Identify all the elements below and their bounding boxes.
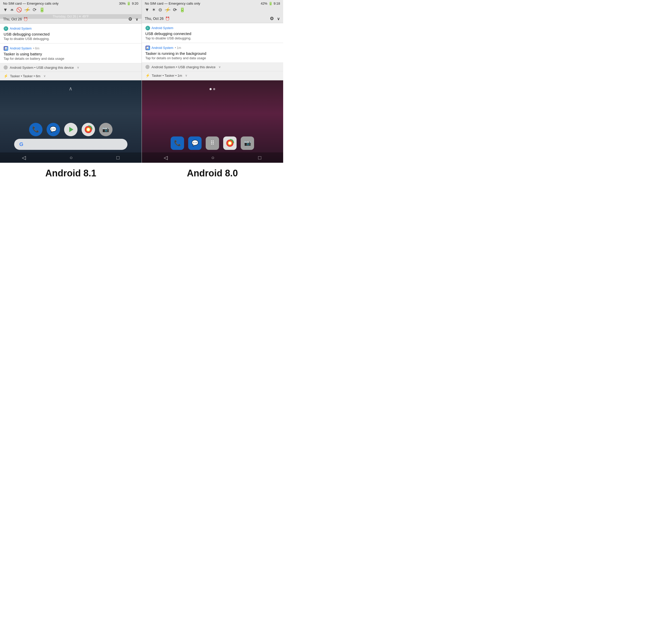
collapsed-usb-icon-right	[145, 65, 149, 69]
nav-home-left[interactable]: ○	[70, 155, 73, 161]
notif-app-name-tasker-left: Android System	[10, 47, 32, 50]
expand-tasker-left[interactable]: ∨	[44, 74, 46, 78]
collapsed-usb-text-left: Android System • USB charging this devic…	[10, 66, 74, 70]
notif-tasker-battery-left[interactable]: 📊 Android System • 6m Tasker is using ba…	[0, 44, 142, 63]
collapsed-tasker-text-right: Tasker • Tasker • 1m	[152, 74, 182, 77]
carrier-right: No SIM card — Emergency calls only	[145, 2, 200, 5]
dock-camera-right[interactable]: 📷	[241, 136, 254, 150]
flash-off-icon-left: ⚡	[24, 7, 30, 13]
collapsed-usb-text-right: Android System • USB charging this devic…	[151, 65, 216, 69]
battery-icon-left: 🔋	[127, 2, 131, 5]
nav-bar-left: ◁ ○ □	[0, 153, 142, 163]
up-chevron-left[interactable]: ∧	[69, 86, 73, 92]
nav-dots-right	[210, 88, 215, 90]
dock-area-left: 📞 💬 📷	[0, 123, 142, 150]
nav-back-left[interactable]: ◁	[22, 155, 26, 161]
nav-dot-1	[210, 88, 212, 90]
status-bar-right: No SIM card — Emergency calls only 42% 🔋…	[142, 0, 283, 14]
status-bar-left: No SIM card — Emergency calls only 30% 🔋…	[0, 0, 142, 14]
notif-time-tasker-left: • 6m	[33, 47, 39, 50]
nav-home-right[interactable]: ○	[211, 155, 214, 161]
dock-icons-right: 📞 💬 ⠿ 📷	[171, 136, 254, 150]
bluetooth-off-icon-left: ✶	[10, 7, 14, 13]
notif-body-tasker-right: Tap for details on battery and data usag…	[145, 56, 280, 60]
nav-dot-2	[213, 88, 215, 90]
dock-sms-right[interactable]: 💬	[188, 136, 202, 150]
notif-app-name-tasker-right: Android System	[151, 46, 173, 50]
alarm-icon-right: ⏰	[165, 17, 170, 21]
wifi-icon-left: ▼	[3, 7, 8, 13]
weather-overlay-left: Thursday, Oct 26 | ☀ 49°F	[0, 14, 142, 19]
dock-phone-left[interactable]: 📞	[29, 123, 43, 136]
search-bar-left[interactable]: G	[14, 139, 127, 150]
notif-body-tasker-left: Tap for details on battery and data usag…	[4, 56, 138, 61]
dock-chrome-left[interactable]	[81, 123, 95, 136]
battery-add-icon-right: 🔋	[180, 7, 185, 13]
notif-usb-debug-left[interactable]: A Android System USB debugging connected…	[0, 24, 142, 44]
android-icon-usb-right: A	[145, 26, 150, 30]
notif-usb-debug-right[interactable]: A Android System USB debugging connected…	[142, 23, 283, 43]
settings-icon-right[interactable]: ⚙	[270, 16, 274, 21]
android-icon-tasker-right: 📊	[145, 46, 150, 50]
nav-bar-right: ◁ ○ □	[142, 153, 283, 163]
svg-point-6	[229, 142, 231, 144]
svg-marker-0	[69, 127, 73, 132]
notif-title-usb-right: USB debugging connected	[145, 31, 280, 36]
wifi-icon-right: ▼	[145, 7, 149, 13]
version-label-81: Android 8.1	[0, 168, 142, 179]
phone-android-80: No SIM card — Emergency calls only 42% 🔋…	[142, 0, 283, 163]
dnd-icon-left: 🚫	[16, 7, 22, 13]
notif-app-name-usb-left: Android System	[10, 27, 32, 30]
nav-back-right[interactable]: ◁	[164, 155, 168, 161]
dock-phone-right[interactable]: 📞	[171, 136, 184, 150]
bolt-icon-right: ⚡	[145, 73, 150, 77]
nav-recents-left[interactable]: □	[116, 155, 119, 161]
search-g-left: G	[19, 141, 23, 147]
carrier-left: No SIM card — Emergency calls only	[3, 2, 58, 5]
notif-collapsed-usb-right[interactable]: Android System • USB charging this devic…	[142, 63, 283, 71]
collapsed-tasker-text-left: Tasker • Tasker • 6m	[10, 74, 41, 78]
bluetooth-icon-right: ✶	[152, 7, 156, 13]
notif-tasker-bg-right[interactable]: 📊 Android System • 1m Tasker is running …	[142, 43, 283, 63]
status-icons-left: ▼ ✶ 🚫 ⚡ ⟳ 🔋	[3, 6, 139, 13]
svg-point-3	[87, 128, 90, 131]
notif-collapsed-usb-left[interactable]: Android System • USB charging this devic…	[0, 63, 142, 72]
notifications-right: A Android System USB debugging connected…	[142, 23, 283, 80]
phones-comparison: No SIM card — Emergency calls only 30% 🔋…	[0, 0, 283, 163]
dock-play-left[interactable]	[64, 123, 77, 136]
battery-left: 30%	[119, 2, 126, 5]
phone-android-81: No SIM card — Emergency calls only 30% 🔋…	[0, 0, 142, 163]
notif-collapsed-tasker-left[interactable]: ⚡ Tasker • Tasker • 6m ∨	[0, 72, 142, 80]
dock-sms-left[interactable]: 💬	[47, 123, 60, 136]
dock-camera-left[interactable]: 📷	[99, 123, 113, 136]
homescreen-right: 📞 💬 ⠿ 📷 ◁ ○	[142, 80, 283, 163]
notif-body-usb-left: Tap to disable USB debugging.	[4, 37, 138, 41]
expand-icon-right[interactable]: ∨	[277, 16, 280, 21]
expand-tasker-right[interactable]: ∨	[185, 74, 187, 77]
dock-apps-right[interactable]: ⠿	[206, 136, 219, 150]
rotate-icon-left: ⟳	[33, 7, 37, 13]
bolt-icon-left: ⚡	[4, 74, 8, 78]
battery-icon-right: 🔋	[268, 2, 273, 5]
notifications-left: A Android System USB debugging connected…	[0, 24, 142, 80]
date-row-right: Thu, Oct 26 ⏰ ⚙ ∨	[142, 14, 283, 23]
battery-right: 42%	[261, 2, 267, 5]
dock-area-right: 📞 💬 ⠿ 📷	[142, 136, 283, 150]
version-label-80: Android 8.0	[142, 168, 283, 179]
android-icon-usb-left: A	[4, 26, 8, 31]
rotate-icon-right: ⟳	[173, 7, 177, 13]
expand-usb-left[interactable]: ∨	[77, 66, 79, 69]
expand-usb-right[interactable]: ∨	[218, 65, 221, 69]
homescreen-left: ∧ 📞 💬	[0, 80, 142, 163]
dock-chrome-right[interactable]	[223, 136, 237, 150]
date-right-text: Thu, Oct 26	[145, 17, 164, 21]
dnd-icon-right: ⊖	[158, 7, 162, 13]
notif-title-tasker-right: Tasker is running in the background	[145, 51, 280, 55]
notif-title-usb-left: USB debugging connected	[4, 32, 138, 36]
notif-title-tasker-left: Tasker is using battery	[4, 52, 138, 56]
version-labels: Android 8.1 Android 8.0	[0, 163, 283, 186]
notif-collapsed-tasker-right[interactable]: ⚡ Tasker • Tasker • 1m ∨	[142, 71, 283, 80]
nav-recents-right[interactable]: □	[258, 155, 261, 161]
time-right: 9:18	[274, 2, 280, 5]
notif-time-tasker-right: • 1m	[175, 46, 181, 50]
